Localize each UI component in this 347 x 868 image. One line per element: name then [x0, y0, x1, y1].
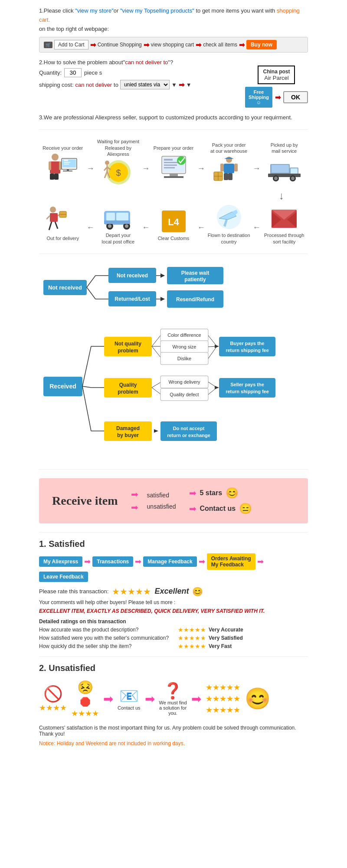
svg-point-0 — [52, 154, 59, 161]
proc-icon-2: $ — [102, 157, 134, 187]
svg-marker-136 — [154, 429, 158, 433]
rate-row: Please rate this transaction: ★★★★★ Exce… — [39, 586, 308, 597]
proc-arrow-5: ← — [87, 214, 95, 232]
svg-text:Dislike: Dislike — [177, 356, 191, 361]
dropdown2-icon[interactable]: ▼ — [186, 82, 192, 88]
free-ship-arrow: ➡ — [275, 93, 281, 102]
svg-text:Received: Received — [49, 383, 76, 390]
svg-text:Quality defect: Quality defect — [170, 392, 199, 397]
unsat-stars-1: ★★★★ — [39, 703, 67, 713]
section2-inner: Quantity: piece s shipping cost: can not… — [39, 66, 308, 108]
contact-us-row: ➡ Contact us 😑 — [189, 503, 252, 515]
quantity-input[interactable] — [64, 68, 82, 77]
view-cart-label[interactable]: view shopping cart — [151, 42, 194, 48]
receive-results: ➡ 5 stars 😊 ➡ Contact us 😑 — [189, 487, 252, 515]
proc-icon-7 — [102, 202, 134, 232]
free-shipping-label: FreeShipping☺ — [245, 87, 272, 108]
svg-rect-35 — [224, 173, 228, 180]
unsat-face: 😣 🛑 ★★★★ — [71, 680, 99, 718]
svg-rect-32 — [224, 164, 234, 173]
proc-arrow-7: ← — [197, 214, 205, 232]
svg-marker-120 — [215, 345, 219, 348]
shipping-destination-select[interactable]: unied states via — [120, 80, 170, 89]
unsat-flow: 🚫 ★★★★ 😣 🛑 ★★★★ ➡ 📧 Contact us ➡ ❓ W — [39, 680, 308, 718]
quantity-label: Quantity: — [39, 69, 62, 76]
fb-step-5: Leave Feedback — [39, 572, 88, 582]
svg-text:problem: problem — [118, 348, 138, 354]
view-topselling-link[interactable]: "view my Topselling products" — [120, 7, 194, 14]
continue-shopping-label[interactable]: Continue Shopping — [98, 42, 142, 48]
process-row2: Out for delivery ← — [39, 202, 308, 245]
rating-text-3: Very Fast — [209, 643, 232, 649]
not-received-svg: Not received Not received Returned/Lost — [39, 260, 308, 312]
svg-text:Resend/Refund: Resend/Refund — [176, 296, 214, 302]
dropdown-icon[interactable]: ▼ — [171, 82, 177, 88]
section-3: 3.We are professional Aliexpress seller,… — [39, 114, 308, 121]
unsat-item-email: 📧 Contact us — [118, 687, 141, 710]
svg-rect-1 — [50, 161, 60, 174]
rating-row-2: How satisfied were you with the seller's… — [39, 635, 308, 641]
unsat-item-1: 🚫 ★★★★ — [39, 685, 67, 713]
unsatisfied-title: 2. Unsatisfied — [39, 663, 308, 673]
excellent-emoji: 😊 — [192, 586, 203, 597]
smiley-icon: 😊 — [245, 687, 271, 710]
ratings-table: Detailed ratings on this transaction How… — [39, 618, 308, 650]
add-to-cart-label[interactable]: Add to Cart — [54, 40, 88, 49]
proc-icon-9 — [213, 202, 245, 232]
svg-line-93 — [82, 346, 91, 386]
svg-line-110 — [152, 346, 160, 357]
shipping-row: shipping cost: can not deliver to unied … — [39, 80, 236, 89]
receive-texts: satisfied unsatisfied — [147, 492, 176, 510]
svg-text:Wrong size: Wrong size — [173, 344, 196, 349]
arrow4: ➡ — [239, 41, 245, 49]
notice-text: Customers' satisfaction is the most impo… — [39, 725, 308, 737]
svg-line-75 — [87, 287, 95, 299]
proc-icon-8: L4 — [157, 205, 190, 235]
section2-title: 2.How to solve the problem about"can not… — [39, 59, 308, 66]
svg-point-47 — [291, 177, 295, 180]
section1-subtext: on the top right of webpage: — [39, 25, 308, 34]
rating-text-1: Very Accurate — [209, 627, 243, 633]
svg-rect-64 — [104, 220, 130, 224]
rating-label-1: How accurate was the product description… — [39, 627, 178, 633]
detailed-ratings-title: Detailed ratings on this transaction — [39, 618, 308, 625]
svg-rect-11 — [67, 169, 69, 171]
svg-point-63 — [125, 224, 128, 228]
fb-step-3: Manage Feedback — [143, 556, 196, 567]
down-arrow: ↓ — [39, 190, 284, 202]
satisfied-label: satisfied — [147, 492, 176, 499]
svg-rect-25 — [164, 162, 179, 163]
svg-line-51 — [46, 216, 50, 219]
contact-us-label: Contact us — [200, 505, 236, 513]
svg-text:return shipping fee: return shipping fee — [226, 348, 269, 353]
check-items-label[interactable]: check all items — [203, 42, 237, 48]
arrow1: ➡ — [90, 41, 96, 49]
receive-item-title: Receive item — [52, 494, 118, 508]
svg-text:problem: problem — [118, 389, 138, 395]
receive-arrows: ➡ ➡ — [131, 489, 138, 513]
proc-arrow-8: ← — [252, 214, 260, 232]
svg-rect-121 — [219, 337, 275, 356]
svg-rect-34 — [234, 164, 238, 171]
comment1-text: Your comments will help other buyers! Pl… — [39, 599, 308, 605]
arrow-satisfied: ➡ — [131, 489, 138, 500]
svg-rect-43 — [268, 174, 301, 177]
notice-orange: Notice: Holiday and Weekend are not incl… — [39, 740, 308, 746]
proc-label-8: Clear Customs — [158, 235, 190, 241]
contact-us-label-unsat: Contact us — [118, 705, 141, 710]
svg-rect-29 — [164, 176, 183, 178]
svg-point-49 — [50, 207, 56, 213]
received-section: Received Not quality problem Quality pro… — [39, 320, 308, 460]
svg-text:return or exchange: return or exchange — [167, 433, 210, 438]
svg-text:Not received: Not received — [117, 273, 148, 279]
proc-label-10: Processed throughsort facility — [264, 232, 304, 245]
svg-rect-26 — [164, 164, 177, 166]
svg-line-54 — [55, 222, 58, 229]
proc-item-1: Receive your order — [39, 145, 87, 181]
view-store-link[interactable]: "view my store" — [75, 7, 114, 14]
svg-rect-28 — [170, 174, 178, 176]
quantity-row: Quantity: piece s — [39, 68, 236, 77]
cart-steps-row: 🛒 Add to Cart ➡ Continue Shopping ➡ view… — [39, 37, 308, 53]
buy-now-button[interactable]: Buy now — [246, 40, 277, 49]
ok-button[interactable]: OK — [283, 91, 308, 103]
